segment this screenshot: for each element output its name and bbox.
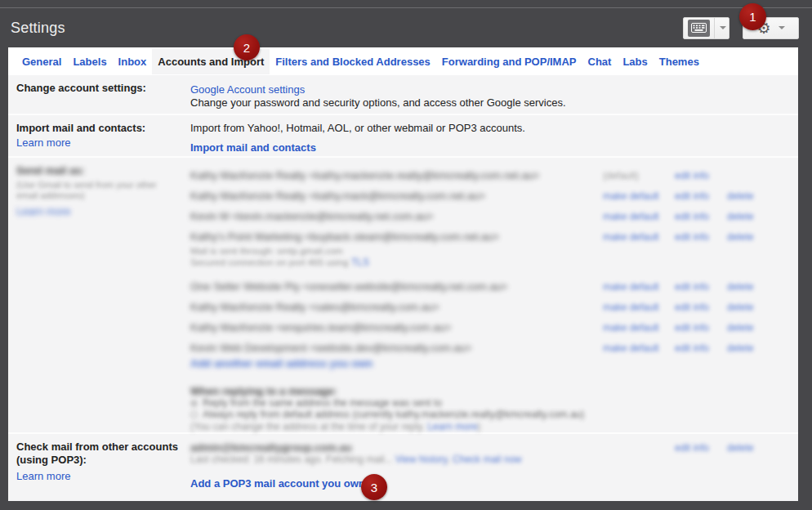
smtp-detail: Mail is sent through: smtp.gmail.com — [190, 246, 765, 256]
chevron-down-icon — [779, 26, 785, 29]
reply-note: (You can change the address at the time … — [190, 420, 765, 433]
default-tag: (default) — [603, 170, 639, 181]
email-alias-row: One Seller Website Pty <oneseller.websit… — [190, 275, 765, 296]
make-default-link[interactable]: make default — [603, 302, 659, 313]
settings-panel: General Labels Inbox Accounts and Import… — [8, 47, 798, 501]
email-address: Kathy MacKenzie <enquiries.team@kmcrealt… — [190, 317, 603, 338]
delete-link[interactable]: delete — [727, 302, 754, 313]
button-divider — [714, 18, 715, 38]
tab-labels[interactable]: Labels — [67, 49, 112, 74]
import-label: Import mail and contacts: — [16, 122, 182, 135]
google-account-settings-link[interactable]: Google Account settings — [190, 83, 305, 96]
delete-link[interactable]: delete — [727, 231, 754, 243]
email-alias-row: Kathy MacKenzie Realty <kathy.mackenzie.… — [190, 164, 765, 185]
edit-info-link[interactable]: edit info — [675, 211, 709, 222]
delete-link[interactable]: delete — [727, 342, 754, 354]
delete-link[interactable]: delete — [727, 442, 754, 454]
send-mail-as-learn-more-link[interactable]: Learn more — [16, 205, 70, 217]
make-default-link[interactable]: make default — [603, 322, 659, 333]
send-mail-as-note: (Use Gmail to send from your other — [16, 180, 182, 190]
add-pop3-account-link[interactable]: Add a POP3 mail account you own — [190, 477, 365, 490]
email-alias-row: Kevin M <kevin.mackenzie@kmcrealty.net.c… — [190, 205, 765, 226]
email-address: Kevin M <kevin.mackenzie@kmcrealty.net.c… — [190, 206, 603, 226]
view-history-link[interactable]: View history — [395, 454, 448, 465]
reply-option-default-address: Always reply from default address (curre… — [190, 409, 765, 420]
radio-icon[interactable] — [190, 400, 198, 407]
make-default-link[interactable]: make default — [603, 281, 659, 293]
settings-header: Settings ⚙ — [0, 8, 812, 47]
annotation-badge-3: 3 — [361, 474, 387, 500]
import-description: Import from Yahoo!, Hotmail, AOL, or oth… — [190, 122, 765, 135]
check-mail-now-link[interactable]: Check mail now — [453, 454, 522, 465]
row-send-mail-as: Send mail as: (Use Gmail to send from yo… — [8, 158, 798, 434]
input-tools-button[interactable] — [683, 17, 729, 39]
make-default-link[interactable]: make default — [603, 342, 659, 354]
pop3-status-line: Last checked: 16 minutes ago. Fetching m… — [190, 453, 765, 466]
gmail-settings-screen: Settings ⚙ 1 2 3 General Labe — [0, 0, 812, 510]
email-alias-row: Kathy MacKenzie <enquiries.team@kmcrealt… — [190, 316, 765, 337]
reply-learn-more-link[interactable]: Learn more — [427, 421, 477, 432]
import-mail-and-contacts-link[interactable]: Import mail and contacts — [190, 141, 316, 154]
send-mail-as-label: Send mail as: — [16, 164, 182, 177]
email-address: Kathy MacKenzie Realty <kathy.mack@kmcre… — [190, 186, 603, 206]
edit-info-link[interactable]: edit info — [675, 322, 709, 333]
send-mail-as-note-2: email addresses) — [16, 190, 182, 201]
page-title: Settings — [11, 20, 65, 37]
make-default-link[interactable]: make default — [603, 190, 659, 202]
settings-tab-bar: General Labels Inbox Accounts and Import… — [8, 47, 798, 75]
when-replying-heading: When replying to a message: — [190, 385, 765, 397]
delete-link[interactable]: delete — [727, 281, 754, 293]
tab-general[interactable]: General — [16, 49, 67, 74]
row-check-mail-pop3: Check mail from other accounts (using PO… — [8, 434, 798, 497]
email-address: Kevin Web Development <website.dev@kmcre… — [190, 338, 603, 358]
add-another-email-link[interactable]: Add another email address you own — [190, 357, 373, 370]
import-learn-more-link[interactable]: Learn more — [16, 136, 70, 149]
change-account-settings-description: Change your password and security option… — [190, 96, 765, 110]
reply-option-same-address: Reply from the same address the message … — [190, 397, 765, 409]
make-default-link[interactable]: make default — [603, 211, 659, 222]
edit-info-link[interactable]: edit info — [675, 231, 709, 243]
pop3-account-row: admin@kmcrealtygroup.com.au edit info de… — [190, 441, 765, 453]
chevron-down-icon — [720, 26, 726, 29]
change-account-settings-label: Change account settings: — [16, 82, 182, 95]
delete-link[interactable]: delete — [727, 322, 754, 333]
delete-link[interactable]: delete — [727, 190, 754, 202]
annotation-badge-2: 2 — [234, 34, 260, 60]
email-alias-row: Kathy MacKenzie Realty <kathy.mack@kmcre… — [190, 185, 765, 205]
edit-info-link[interactable]: edit info — [675, 281, 709, 293]
tab-inbox[interactable]: Inbox — [113, 49, 153, 74]
edit-info-link[interactable]: edit info — [675, 342, 709, 354]
row-import-mail-and-contacts: Import mail and contacts: Learn more Imp… — [8, 115, 798, 158]
tab-themes[interactable]: Themes — [654, 49, 705, 74]
email-address: Kathy MacKenzie Realty <kathy.mackenzie.… — [190, 165, 603, 186]
pop3-label: Check mail from other accounts (using PO… — [16, 441, 182, 467]
pop3-learn-more-link[interactable]: Learn more — [16, 470, 70, 482]
tab-filters-and-blocked-addresses[interactable]: Filters and Blocked Addresses — [270, 49, 436, 74]
email-address: Kathy MacKenzie Realty <sales@kmcrealty.… — [190, 297, 603, 317]
delete-link[interactable]: delete — [727, 211, 754, 222]
pop3-email-address: admin@kmcrealtygroup.com.au — [190, 441, 603, 454]
annotation-badge-1: 1 — [739, 3, 766, 30]
email-address: One Seller Website Pty <oneseller.websit… — [190, 276, 603, 297]
radio-icon[interactable] — [190, 411, 198, 418]
tab-chat[interactable]: Chat — [582, 49, 618, 74]
make-default-link[interactable]: make default — [603, 231, 659, 243]
edit-info-link[interactable]: edit info — [675, 302, 709, 313]
tls-link[interactable]: TLS — [351, 257, 369, 268]
edit-info-link[interactable]: edit info — [675, 442, 709, 454]
email-alias-row: Kevin Web Development <website.dev@kmcre… — [190, 337, 765, 357]
tab-forwarding-and-pop-imap[interactable]: Forwarding and POP/IMAP — [436, 49, 582, 74]
smtp-detail-2: Secured connection on port 465 using TLS — [190, 256, 765, 269]
tab-labs[interactable]: Labs — [617, 49, 653, 74]
edit-info-link[interactable]: edit info — [675, 170, 709, 181]
email-address: Kathy's Point Marketing <buyback.steam@k… — [190, 226, 603, 247]
settings-rows: Change account settings: Google Account … — [8, 75, 798, 501]
email-alias-row: Kathy MacKenzie Realty <sales@kmcrealty.… — [190, 296, 765, 316]
keyboard-icon — [688, 20, 710, 37]
row-change-account-settings: Change account settings: Google Account … — [8, 75, 798, 115]
edit-info-link[interactable]: edit info — [675, 190, 709, 202]
email-alias-row: Kathy's Point Marketing <buyback.steam@k… — [190, 226, 765, 246]
